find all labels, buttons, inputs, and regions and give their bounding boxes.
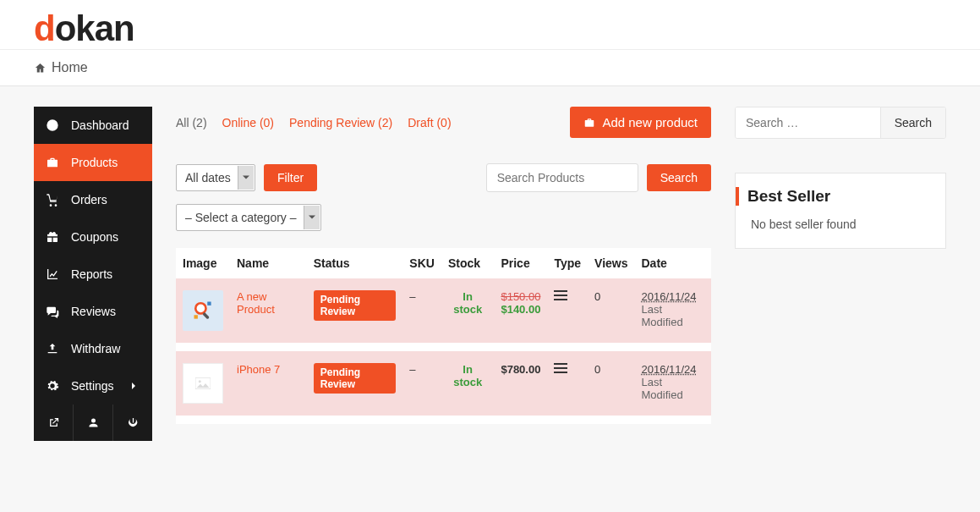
chevron-right-icon <box>127 379 140 393</box>
status-badge: Pending Review <box>314 290 397 321</box>
product-name-link[interactable]: A new Product <box>237 290 275 316</box>
views-cell: 0 <box>588 347 634 420</box>
svg-rect-9 <box>554 363 567 365</box>
external-link-button[interactable] <box>34 405 74 441</box>
col-type: Type <box>547 248 588 278</box>
sidebar-item-withdraw[interactable]: Withdraw <box>34 330 152 367</box>
home-icon <box>34 62 47 74</box>
svg-rect-1 <box>202 312 210 320</box>
col-image: Image <box>176 248 230 278</box>
price-new: $140.00 <box>501 303 540 316</box>
product-thumbnail[interactable] <box>183 290 223 331</box>
power-button[interactable] <box>113 405 152 441</box>
price-old: $150.00 <box>501 290 540 303</box>
sidebar-item-settings[interactable]: Settings <box>34 367 152 405</box>
col-price: Price <box>494 248 547 278</box>
sidebar-item-orders[interactable]: Orders <box>34 181 152 218</box>
stock-cell: In stock <box>441 278 495 347</box>
cart-icon <box>46 193 59 206</box>
image-placeholder-icon <box>195 377 211 389</box>
sidebar-item-reports[interactable]: Reports <box>34 256 152 293</box>
site-search-button[interactable]: Search <box>880 107 945 138</box>
sidebar-footer <box>34 405 152 441</box>
status-tabs: All (2) Online (0) Pending Review (2) Dr… <box>176 116 452 129</box>
sidebar-item-label: Reports <box>71 267 112 281</box>
site-search-input[interactable] <box>736 107 880 138</box>
svg-rect-5 <box>554 295 567 296</box>
power-icon <box>127 416 140 429</box>
svg-rect-10 <box>554 367 567 369</box>
type-icon <box>554 290 567 303</box>
svg-point-0 <box>195 303 205 313</box>
widget-body: No best seller found <box>751 217 930 231</box>
table-row: iPhone 7 Pending Review – In stock $780.… <box>176 347 711 420</box>
profile-button[interactable] <box>74 405 113 441</box>
sidebar-item-dashboard[interactable]: Dashboard <box>34 107 152 144</box>
svg-rect-11 <box>554 372 567 373</box>
category-filter-select[interactable]: – Select a category – <box>176 204 321 231</box>
svg-rect-6 <box>554 299 567 300</box>
sidebar-item-label: Reviews <box>71 305 116 318</box>
breadcrumb-home: Home <box>52 60 88 75</box>
product-thumbnail[interactable] <box>183 363 223 404</box>
briefcase-icon <box>46 156 59 169</box>
svg-point-8 <box>199 380 201 383</box>
site-search: Search <box>735 107 946 139</box>
right-sidebar: Search Best Seller No best seller found <box>735 107 946 249</box>
widget-title: Best Seller <box>736 187 930 206</box>
status-badge: Pending Review <box>314 363 397 394</box>
sidebar-item-label: Coupons <box>71 230 118 244</box>
external-link-icon <box>47 416 60 429</box>
svg-rect-3 <box>194 315 198 318</box>
date-cell: 2016/11/24 Last Modified <box>635 278 712 347</box>
date-cell: 2016/11/24 Last Modified <box>635 347 712 420</box>
tab-all[interactable]: All (2) <box>176 116 207 129</box>
svg-rect-2 <box>207 302 211 306</box>
table-row: A new Product Pending Review – In stock … <box>176 278 711 347</box>
best-seller-widget: Best Seller No best seller found <box>735 173 946 249</box>
logo[interactable]: dokan <box>34 8 946 49</box>
col-sku: SKU <box>402 248 441 278</box>
tab-online[interactable]: Online (0) <box>222 116 274 129</box>
sidebar-item-label: Settings <box>71 379 114 393</box>
sidebar-item-products[interactable]: Products <box>34 144 152 181</box>
type-icon <box>554 363 567 376</box>
col-status: Status <box>307 248 403 278</box>
briefcase-icon <box>583 117 595 129</box>
sku-cell: – <box>402 278 441 347</box>
sidebar-item-reviews[interactable]: Reviews <box>34 293 152 330</box>
gift-icon <box>46 230 59 244</box>
user-icon <box>87 416 100 429</box>
search-products-input[interactable] <box>486 163 638 192</box>
col-name: Name <box>230 248 307 278</box>
add-product-button[interactable]: Add new product <box>570 107 711 138</box>
gear-icon <box>46 379 59 393</box>
svg-rect-4 <box>554 290 567 292</box>
date-filter-select[interactable]: All dates <box>176 164 255 191</box>
tab-draft[interactable]: Draft (0) <box>408 116 451 129</box>
magnify-icon <box>191 299 215 322</box>
sku-cell: – <box>402 347 441 420</box>
sidebar-item-label: Dashboard <box>71 118 129 132</box>
filter-button[interactable]: Filter <box>264 164 317 191</box>
sidebar-item-coupons[interactable]: Coupons <box>34 218 152 256</box>
col-date: Date <box>635 248 712 278</box>
main-content: All (2) Online (0) Pending Review (2) Dr… <box>176 107 711 424</box>
col-stock: Stock <box>441 248 495 278</box>
breadcrumb[interactable]: Home <box>0 49 980 85</box>
sidebar-item-label: Withdraw <box>71 342 120 355</box>
dashboard-icon <box>46 118 59 132</box>
search-button[interactable]: Search <box>647 164 711 191</box>
price-regular: $780.00 <box>501 363 540 376</box>
views-cell: 0 <box>588 278 634 347</box>
product-name-link[interactable]: iPhone 7 <box>237 363 280 376</box>
col-views: Views <box>588 248 634 278</box>
upload-icon <box>46 342 59 355</box>
tab-pending[interactable]: Pending Review (2) <box>289 116 392 129</box>
stock-cell: In stock <box>441 347 495 420</box>
sidebar-item-label: Products <box>71 156 118 169</box>
sidebar-item-label: Orders <box>71 193 107 206</box>
chart-icon <box>46 267 59 281</box>
comments-icon <box>46 305 59 318</box>
sidebar: Dashboard Products Orders Coupons Report… <box>34 107 152 441</box>
